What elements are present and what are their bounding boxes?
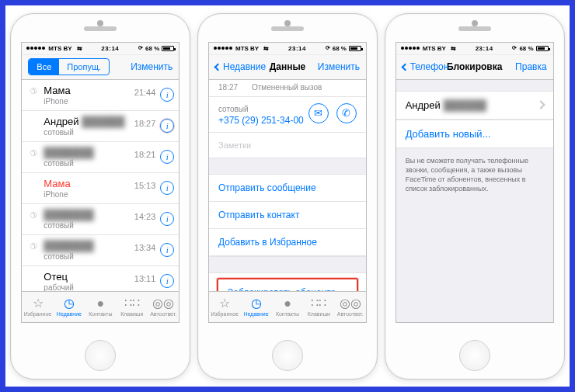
status-bar: MTS BY ⇆ 23:14 ⟳68 % xyxy=(396,43,553,55)
info-button[interactable]: i xyxy=(160,150,174,164)
caller-sub: iPhone xyxy=(44,97,171,106)
keypad-icon: ∷∷ xyxy=(124,297,140,310)
phone-frame-details: MTS BY ⇆ 23:14 ⟳68 % Недавние Данные Изм… xyxy=(197,13,378,380)
info-button[interactable]: i xyxy=(160,243,174,257)
recents-list[interactable]: ✆ Мама iPhone 21:44 i Андрей ██████ сото… xyxy=(22,80,179,291)
send-message-button[interactable]: Отправить сообщение xyxy=(209,175,366,202)
tab-favorites[interactable]: ☆Избранное xyxy=(22,292,53,322)
outgoing-icon: ✆ xyxy=(28,86,37,95)
edit-button[interactable]: Изменить xyxy=(131,61,172,72)
notes-field[interactable]: Заметки xyxy=(209,132,366,158)
section-gap xyxy=(209,256,366,273)
call-time: 15:13 xyxy=(134,181,156,190)
section-gap xyxy=(209,158,366,175)
screen-blocked: MTS BY ⇆ 23:14 ⟳68 % Телефон Блокировка … xyxy=(396,42,554,323)
tab-contacts[interactable]: ●Контакты xyxy=(272,292,303,322)
outgoing-icon: ✆ xyxy=(28,210,37,220)
caller-sub: сотовый xyxy=(44,128,171,137)
call-time: 18:21 xyxy=(134,150,156,159)
details-content[interactable]: 18:27 Отмененный вызов сотовый +375 (29)… xyxy=(209,80,366,291)
message-icon[interactable]: ✉ xyxy=(308,103,329,123)
phone-frame-blocked: MTS BY ⇆ 23:14 ⟳68 % Телефон Блокировка … xyxy=(385,13,565,380)
speaker-slit xyxy=(271,26,304,31)
screen-recents: MTS BY ⇆ 23:14 ⟳ 68 % Все Пропущ. Измени… xyxy=(21,42,179,323)
call-row[interactable]: Мама iPhone 15:13 i xyxy=(22,173,179,204)
tab-keypad[interactable]: ∷∷Клавиши xyxy=(117,292,148,322)
chevron-right-icon xyxy=(536,100,545,109)
info-button[interactable]: i xyxy=(160,181,174,195)
segmented-control[interactable]: Все Пропущ. xyxy=(28,58,110,75)
tab-favorites[interactable]: ☆Избранное xyxy=(209,292,240,322)
caller-sub: рабочий xyxy=(44,283,171,291)
caller-sub: сотовый xyxy=(44,159,171,168)
tab-contacts[interactable]: ●Контакты xyxy=(85,292,116,322)
chevron-left-icon xyxy=(214,63,222,71)
keypad-icon: ∷∷ xyxy=(311,297,326,310)
home-button[interactable] xyxy=(272,340,303,371)
call-time: 13:34 xyxy=(134,243,156,252)
person-icon: ● xyxy=(284,297,291,310)
edit-button[interactable]: Правка xyxy=(515,61,547,72)
add-new-button[interactable]: Добавить новый... xyxy=(396,120,553,148)
tab-voicemail[interactable]: ◎◎Автоответ. xyxy=(335,292,366,322)
call-row[interactable]: Андрей ██████ сотовый 18:27 i xyxy=(22,111,179,142)
contact-name: Андрей xyxy=(406,99,441,111)
block-caller-button[interactable]: Заблокировать абонента xyxy=(217,278,358,291)
edit-button[interactable]: Изменить xyxy=(318,61,360,72)
info-button[interactable]: i xyxy=(160,88,174,102)
screen-details: MTS BY ⇆ 23:14 ⟳68 % Недавние Данные Изм… xyxy=(208,42,367,323)
call-row[interactable]: ✆ ███████ сотовый 18:21 i xyxy=(22,142,179,173)
carrier-label: MTS BY xyxy=(48,45,71,52)
chevron-left-icon xyxy=(401,63,409,71)
back-button[interactable]: Недавние xyxy=(215,61,266,72)
call-time: 14:23 xyxy=(134,212,156,221)
add-favorite-button[interactable]: Добавить в Избранное xyxy=(209,229,366,256)
blocked-content[interactable]: Андрей ██████ Добавить новый... Вы не см… xyxy=(396,80,553,322)
call-time: 13:11 xyxy=(134,274,156,283)
seg-missed[interactable]: Пропущ. xyxy=(59,59,109,75)
camera-dot xyxy=(284,20,291,26)
call-time: 21:44 xyxy=(134,88,156,97)
battery-indicator: ⟳ 68 % xyxy=(138,45,174,52)
tab-recents[interactable]: ◷Недавние xyxy=(240,292,271,322)
blocked-contact-row[interactable]: Андрей ██████ xyxy=(396,91,553,120)
star-icon: ☆ xyxy=(33,297,44,310)
tape-icon: ◎◎ xyxy=(152,297,174,310)
back-button[interactable]: Телефон xyxy=(402,61,449,72)
tape-icon: ◎◎ xyxy=(340,297,361,310)
call-row[interactable]: ✆ ███████ сотовый 14:23 i xyxy=(22,204,179,235)
person-icon: ● xyxy=(97,297,105,310)
speaker-slit xyxy=(84,26,117,31)
call-time: 18:27 xyxy=(134,119,156,128)
navbar-details: Недавние Данные Изменить xyxy=(209,55,366,80)
info-button[interactable]: i xyxy=(160,119,174,133)
home-button[interactable] xyxy=(85,340,116,371)
clock-icon: ◷ xyxy=(251,297,262,310)
info-button[interactable]: i xyxy=(160,212,174,226)
home-button[interactable] xyxy=(459,340,490,371)
blocked-note: Вы не сможете получать телефонные звонки… xyxy=(396,148,553,202)
call-row[interactable]: ✆ Мама iPhone 21:44 i xyxy=(22,80,179,111)
caller-sub: iPhone xyxy=(44,190,171,199)
send-contact-button[interactable]: Отправить контакт xyxy=(209,202,366,229)
outgoing-icon: ✆ xyxy=(28,148,37,158)
caller-sub: сотовый xyxy=(44,252,171,261)
call-row[interactable]: ✆ ███████ сотовый 13:34 i xyxy=(22,235,179,266)
status-time: 23:14 xyxy=(82,45,139,52)
star-icon: ☆ xyxy=(219,297,230,310)
call-icon[interactable]: ✆ xyxy=(336,103,357,123)
tab-keypad[interactable]: ∷∷Клавиши xyxy=(303,292,334,322)
tab-recents[interactable]: ◷Недавние xyxy=(54,292,85,322)
camera-dot xyxy=(97,20,103,26)
tab-bar: ☆Избранное ◷Недавние ●Контакты ∷∷Клавиши… xyxy=(209,291,366,322)
seg-all[interactable]: Все xyxy=(29,59,59,75)
status-bar: MTS BY ⇆ 23:14 ⟳68 % xyxy=(209,43,366,55)
caller-sub: сотовый xyxy=(44,221,171,230)
call-time: 18:27 xyxy=(218,83,238,92)
speaker-slit xyxy=(458,26,491,31)
call-status: Отмененный вызов xyxy=(252,83,322,92)
tab-bar: ☆Избранное ◷Недавние ●Контакты ∷∷Клавиши… xyxy=(22,291,179,322)
call-row[interactable]: Отец рабочий 13:11 i xyxy=(22,266,179,291)
info-button[interactable]: i xyxy=(160,274,174,288)
tab-voicemail[interactable]: ◎◎Автоответ. xyxy=(148,292,179,322)
